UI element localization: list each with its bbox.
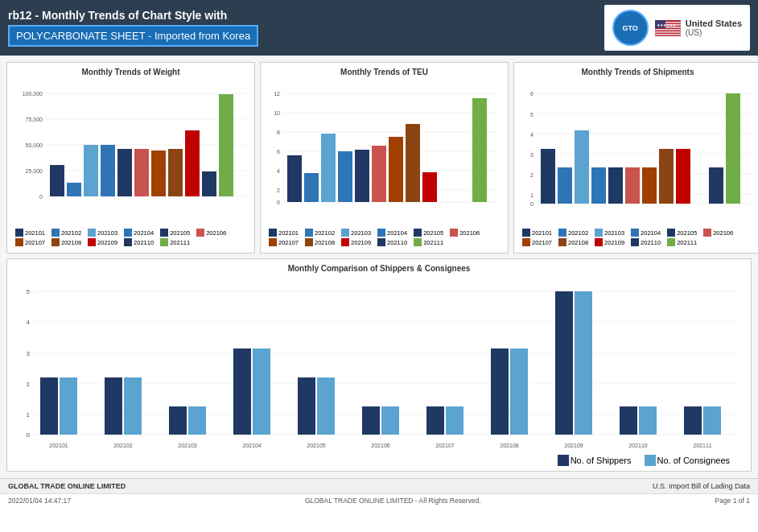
top-charts-row: Monthly Trends of Weight 100,000 75,000 …	[6, 62, 752, 254]
svg-rect-119	[491, 348, 509, 435]
legend-item: 202104	[124, 229, 154, 237]
teu-legend: 202101 202102 202103 202104 202105 20210…	[266, 227, 503, 248]
svg-rect-101	[105, 377, 122, 435]
svg-text:8: 8	[277, 130, 280, 135]
svg-rect-82	[659, 149, 674, 204]
svg-text:6: 6	[277, 149, 280, 155]
svg-text:★★★★★★: ★★★★★★	[657, 23, 677, 27]
svg-rect-102	[124, 377, 142, 435]
consignees-legend-label: No. of Consignees	[657, 456, 731, 465]
footer-data-type: U.S. Import Bill of Lading Data	[653, 482, 750, 490]
svg-rect-54	[338, 151, 352, 202]
svg-rect-128	[684, 406, 702, 435]
consignees-legend-item: No. of Consignees	[645, 455, 731, 466]
legend-item: 202111	[667, 238, 697, 246]
svg-rect-123	[575, 291, 592, 435]
svg-text:6: 6	[530, 91, 533, 97]
weight-chart-title: Monthly Trends of Weight	[12, 68, 249, 76]
legend-item: 202106	[450, 229, 480, 237]
svg-text:3: 3	[530, 152, 533, 158]
svg-rect-114	[381, 406, 399, 435]
comparison-legend: No. of Shippers No. of Consignees	[12, 455, 746, 466]
svg-rect-113	[362, 406, 380, 435]
svg-text:10: 10	[274, 110, 280, 116]
legend-item: 202105	[667, 229, 697, 237]
svg-rect-117	[446, 406, 463, 435]
us-flag-icon: ★★★★★★	[655, 20, 681, 36]
shipments-chart-box: Monthly Trends of Shipments 6 5 4 3 2 1 …	[513, 62, 758, 254]
svg-rect-13	[655, 35, 681, 35]
svg-rect-8	[655, 29, 681, 31]
legend-item: 202103	[341, 229, 371, 237]
svg-rect-27	[67, 183, 81, 196]
svg-rect-126	[639, 406, 657, 435]
svg-rect-80	[625, 167, 640, 204]
weight-chart-box: Monthly Trends of Weight 100,000 75,000 …	[6, 62, 255, 254]
country-text: United States (US)	[686, 19, 742, 37]
svg-text:0: 0	[39, 194, 43, 200]
legend-item: 202102	[558, 229, 588, 237]
product-subtitle: POLYCARBONATE SHEET - Imported from Kore…	[8, 25, 258, 47]
svg-rect-116	[426, 406, 444, 435]
shipments-chart-title: Monthly Trends of Shipments	[519, 68, 756, 76]
svg-rect-60	[472, 98, 487, 202]
svg-rect-36	[219, 94, 233, 196]
page-title: rb12 - Monthly Trends of Chart Style wit…	[8, 9, 258, 22]
svg-rect-85	[726, 93, 740, 204]
svg-text:0: 0	[27, 431, 31, 439]
svg-text:1: 1	[530, 192, 533, 198]
svg-text:202110: 202110	[628, 443, 647, 448]
svg-text:2: 2	[27, 381, 31, 388]
legend-item: 202108	[305, 238, 335, 246]
weight-chart-svg: 100,000 75,000 50,000 25,000 0	[12, 80, 249, 225]
svg-text:5: 5	[27, 288, 31, 295]
svg-rect-56	[372, 146, 386, 202]
legend-item: 202101	[522, 229, 552, 237]
svg-rect-111	[317, 377, 335, 435]
svg-rect-75	[541, 149, 555, 204]
svg-text:5: 5	[530, 112, 533, 118]
svg-rect-107	[233, 348, 251, 435]
svg-text:0: 0	[530, 201, 533, 207]
teu-chart-title: Monthly Trends of TEU	[266, 68, 503, 76]
legend-item: 202102	[305, 229, 335, 237]
svg-text:50,000: 50,000	[26, 142, 43, 148]
svg-rect-83	[676, 149, 690, 204]
legend-item: 202104	[377, 229, 407, 237]
legend-item: 202103	[88, 229, 117, 237]
svg-text:202105: 202105	[307, 443, 325, 448]
svg-rect-31	[134, 149, 149, 196]
svg-rect-28	[84, 145, 98, 196]
svg-text:202111: 202111	[693, 443, 711, 448]
svg-rect-9	[655, 30, 681, 31]
svg-text:4: 4	[277, 168, 280, 174]
svg-rect-108	[253, 348, 270, 435]
svg-rect-12	[655, 34, 681, 35]
svg-text:202103: 202103	[178, 443, 196, 448]
svg-text:202104: 202104	[242, 443, 261, 448]
svg-rect-129	[703, 406, 721, 435]
legend-item: 202102	[51, 229, 81, 237]
svg-rect-55	[355, 150, 369, 202]
legend-item: 202105	[414, 229, 443, 237]
svg-rect-10	[655, 31, 681, 33]
svg-rect-122	[555, 291, 573, 435]
footer-page: Page 1 of 1	[715, 497, 750, 505]
svg-rect-84	[709, 167, 723, 204]
svg-text:4: 4	[530, 132, 533, 138]
svg-rect-99	[60, 377, 77, 435]
shippers-legend-label: No. of Shippers	[571, 456, 632, 465]
svg-rect-26	[50, 165, 64, 196]
svg-text:2: 2	[530, 172, 533, 178]
comparison-chart-svg: 5 4 3 2 1 0 202101 202102	[12, 276, 744, 453]
svg-rect-32	[151, 151, 166, 196]
legend-item: 202110	[631, 238, 661, 246]
shippers-legend-item: No. of Shippers	[558, 455, 632, 466]
legend-item: 202106	[196, 229, 226, 237]
legend-item: 202110	[124, 238, 154, 246]
footer-copyright: GLOBAL TRADE ONLINE LIMITED - All Rights…	[305, 497, 481, 505]
svg-text:12: 12	[274, 91, 280, 97]
teu-chart-svg: 12 10 8 6 4 2 0	[266, 80, 503, 225]
svg-rect-52	[304, 173, 319, 202]
svg-rect-57	[389, 137, 403, 202]
